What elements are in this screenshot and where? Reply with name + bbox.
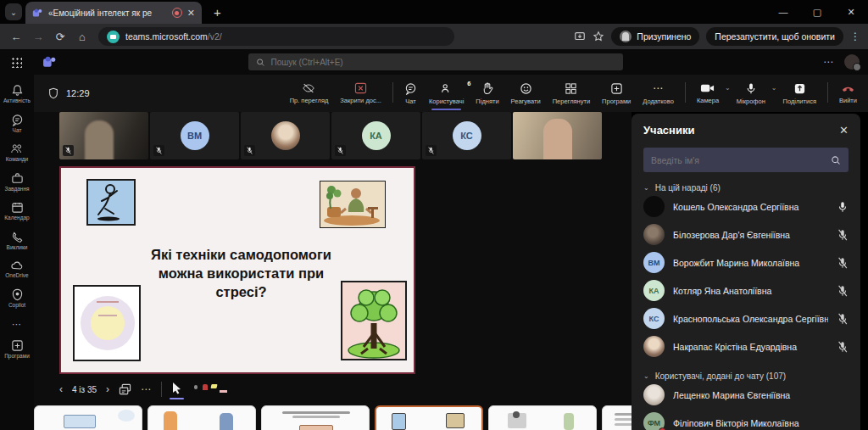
more-button[interactable]: ⋯ Додатково bbox=[637, 79, 680, 109]
app-launcher-icon[interactable] bbox=[11, 57, 22, 68]
sidebar-item-activity[interactable]: Активність bbox=[0, 84, 34, 104]
install-icon[interactable] bbox=[574, 31, 586, 42]
profile-paused-button[interactable]: Призупинено bbox=[611, 27, 699, 46]
leave-button[interactable]: Вийти bbox=[833, 79, 863, 108]
section-in-meeting[interactable]: ⌄ На цій нараді (6) bbox=[643, 183, 849, 193]
participant-row[interactable]: Білозерова Дар'я Євгеніївна bbox=[643, 221, 849, 249]
chevron-down-icon: ⌄ bbox=[643, 184, 649, 192]
slide-more-icon[interactable]: ⋯ bbox=[141, 383, 152, 395]
participants-panel: Учасники ✕ ⌄ На цій нараді (6) Кошель Ол… bbox=[632, 114, 860, 430]
new-tab-button[interactable]: + bbox=[214, 5, 221, 20]
camera-button[interactable]: Камера bbox=[691, 79, 725, 108]
search-input[interactable] bbox=[271, 58, 615, 67]
sidebar-item-calendar[interactable]: Календар bbox=[0, 201, 34, 221]
reload-icon[interactable]: ⟳ bbox=[49, 31, 71, 43]
presentation-slide[interactable]: Які техніки самодопомоги можна використа… bbox=[59, 166, 415, 374]
view-button[interactable]: Переглянути bbox=[547, 79, 596, 109]
video-tile[interactable]: ВМ bbox=[150, 112, 239, 159]
tab-title: «Емоційний інтелект як ре bbox=[48, 8, 167, 18]
mic-muted-icon bbox=[153, 145, 164, 156]
camera-options-chevron-icon[interactable]: ⌄ bbox=[725, 84, 731, 92]
react-button[interactable]: Переглянути Реагувати bbox=[505, 79, 547, 109]
participant-row[interactable]: Кошель Олександра Сергіївна bbox=[643, 193, 849, 221]
mic-on-icon[interactable] bbox=[837, 201, 849, 213]
video-tile[interactable] bbox=[513, 112, 602, 159]
participant-row[interactable]: Лещенко Марина Євгеніївна bbox=[643, 381, 849, 409]
chat-button[interactable]: Чат bbox=[398, 79, 423, 109]
avatar: КС bbox=[453, 121, 481, 150]
mic-muted-icon[interactable] bbox=[837, 341, 849, 353]
smiley-icon bbox=[520, 82, 532, 95]
slide-thumbnail[interactable] bbox=[488, 405, 597, 430]
mic-muted-icon bbox=[335, 145, 346, 156]
shield-icon[interactable] bbox=[47, 87, 59, 99]
mic-icon bbox=[745, 82, 757, 95]
close-presentation-icon bbox=[354, 82, 367, 94]
sidebar-more-icon[interactable]: ⋯ bbox=[12, 319, 22, 330]
sidebar-item-teams[interactable]: Команди bbox=[0, 142, 34, 163]
participant-row[interactable]: ВМ Ворожбит Марина Миколаївна bbox=[643, 249, 849, 276]
section-chat-users[interactable]: ⌄ Користувачі, додані до чату (107) bbox=[643, 371, 849, 381]
mic-muted-icon[interactable] bbox=[837, 257, 849, 269]
presenter-view-button[interactable]: Пр. перегляд bbox=[284, 79, 335, 108]
people-button[interactable]: 6 Користувачі bbox=[423, 79, 470, 109]
slide-grid-icon[interactable] bbox=[119, 383, 131, 395]
participant-search-input[interactable] bbox=[651, 155, 831, 165]
header-more-icon[interactable]: ⋯ bbox=[823, 56, 834, 68]
back-icon[interactable]: ← bbox=[5, 31, 27, 43]
tab-close-icon[interactable]: ✕ bbox=[187, 8, 195, 19]
home-icon[interactable]: ⌂ bbox=[71, 31, 93, 43]
participant-row[interactable]: КС Краснопольська Олександра Сергіївна bbox=[643, 304, 849, 332]
sidebar-item-apps[interactable]: Програми bbox=[0, 339, 34, 360]
window-minimize-button[interactable]: — bbox=[766, 1, 800, 23]
slide-thumbnail[interactable] bbox=[602, 405, 632, 430]
slide-thumbnail-current[interactable] bbox=[375, 405, 483, 430]
url-bar[interactable]: teams.microsoft.com/v2/ bbox=[98, 27, 454, 46]
video-tile[interactable] bbox=[241, 112, 330, 159]
panel-close-icon[interactable]: ✕ bbox=[839, 124, 849, 137]
mic-muted-icon[interactable] bbox=[837, 313, 849, 325]
next-slide-icon[interactable]: › bbox=[106, 383, 109, 395]
site-info-icon[interactable] bbox=[107, 31, 120, 43]
mic-muted-icon[interactable] bbox=[837, 229, 849, 241]
pointer-tool[interactable] bbox=[171, 382, 182, 398]
user-avatar[interactable] bbox=[844, 54, 860, 70]
browser-tab[interactable]: «Емоційний інтелект як ре ✕ bbox=[25, 2, 202, 24]
video-tile[interactable]: КА bbox=[331, 112, 420, 159]
stop-presenting-button[interactable]: Закрити дос... bbox=[334, 79, 387, 108]
participant-row[interactable]: КА Котляр Яна Анатоліївна bbox=[643, 276, 849, 304]
slide-position: 4 із 35 bbox=[72, 385, 97, 394]
add-app-icon bbox=[610, 82, 623, 95]
mic-options-chevron-icon[interactable]: ⌄ bbox=[771, 84, 777, 92]
mic-button[interactable]: Мікрофон bbox=[731, 79, 771, 109]
share-button[interactable]: Поділитися bbox=[777, 79, 822, 109]
restart-to-update-button[interactable]: Перезапустити, щоб оновити bbox=[706, 27, 843, 46]
sidebar-item-chat[interactable]: Чат bbox=[0, 114, 34, 134]
camera-icon bbox=[700, 82, 715, 94]
sidebar-item-assignments[interactable]: Завдання bbox=[0, 172, 34, 193]
slide-thumbnail[interactable] bbox=[147, 405, 256, 430]
bookmark-star-icon[interactable] bbox=[593, 31, 604, 42]
window-close-button[interactable]: ✕ bbox=[834, 1, 868, 23]
tab-search-button[interactable]: ⌄ bbox=[5, 3, 22, 20]
people-icon bbox=[440, 82, 453, 95]
participant-search[interactable] bbox=[643, 148, 849, 172]
participant-row[interactable]: Накрапас Крістіна Едуардівна bbox=[643, 332, 849, 360]
participant-row[interactable]: ФМ Філіпович Вікторія Миколаївна bbox=[643, 409, 849, 430]
apps-button[interactable]: Програми bbox=[596, 79, 637, 109]
teams-search-bar[interactable] bbox=[248, 53, 623, 70]
avatar: КС bbox=[643, 308, 665, 329]
slide-thumbnail[interactable] bbox=[34, 405, 142, 430]
raise-hand-button[interactable]: Підняти bbox=[470, 79, 504, 109]
sidebar-item-calls[interactable]: Виклики bbox=[0, 231, 34, 251]
forward-icon[interactable]: → bbox=[27, 31, 49, 43]
sidebar-item-copilot[interactable]: Copilot bbox=[0, 288, 34, 309]
mic-muted-icon[interactable] bbox=[837, 285, 849, 297]
window-maximize-button[interactable]: ▢ bbox=[800, 1, 834, 23]
slide-thumbnail[interactable] bbox=[261, 405, 370, 430]
browser-menu-icon[interactable]: ⋮ bbox=[850, 31, 861, 42]
sidebar-item-onedrive[interactable]: OneDrive bbox=[0, 260, 34, 279]
video-tile[interactable]: КС bbox=[422, 112, 511, 159]
previous-slide-icon[interactable]: ‹ bbox=[59, 383, 63, 395]
video-tile[interactable] bbox=[59, 112, 148, 159]
